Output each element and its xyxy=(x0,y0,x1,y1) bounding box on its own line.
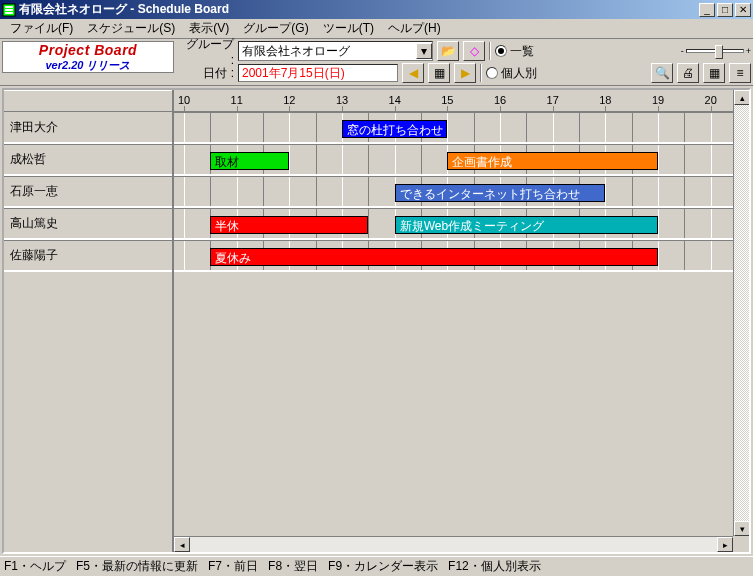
time-tick: 11 xyxy=(231,94,243,106)
window-title: 有限会社ネオローグ - Schedule Board xyxy=(19,1,697,18)
minimize-button[interactable]: _ xyxy=(699,3,715,17)
radio-personal-view[interactable]: 個人別 xyxy=(486,65,537,82)
time-tick: 10 xyxy=(178,94,190,106)
maximize-button[interactable]: □ xyxy=(717,3,733,17)
schedule-area: 津田大介成松哲石原一恵高山篤史佐藤陽子 10111213141516171819… xyxy=(2,88,751,554)
group-label: グループ : xyxy=(180,36,234,67)
name-row[interactable]: 成松哲 xyxy=(4,144,172,176)
grid-row[interactable]: できるインターネット打ち合わせ xyxy=(174,176,749,208)
date-prev-button[interactable]: ◀ xyxy=(402,63,424,83)
menubar: ファイル(F) スケジュール(S) 表示(V) グループ(G) ツール(T) ヘ… xyxy=(0,19,753,39)
status-f8: F8・翌日 xyxy=(268,558,318,575)
zoom-slider[interactable]: - + xyxy=(681,46,751,56)
date-next-button[interactable]: ▶ xyxy=(454,63,476,83)
time-tick: 15 xyxy=(441,94,453,106)
vertical-scrollbar[interactable]: ▴ ▾ xyxy=(733,90,749,536)
time-tick: 16 xyxy=(494,94,506,106)
grid-icon: ▦ xyxy=(709,66,720,80)
timeline-grid: 1011121314151617181920 窓の杜打ち合わせ取材企画書作成でき… xyxy=(174,90,749,552)
calendar-button[interactable]: ▦ xyxy=(428,63,450,83)
svg-rect-1 xyxy=(5,6,13,8)
pink-diamond-button[interactable]: ◇ xyxy=(463,41,485,61)
status-f12: F12・個人別表示 xyxy=(448,558,541,575)
titlebar: 有限会社ネオローグ - Schedule Board _ □ ✕ xyxy=(0,0,753,19)
schedule-bar[interactable]: 半休 xyxy=(210,216,368,234)
logo-banner[interactable]: Project Board ver2.20 リリース xyxy=(2,41,174,73)
group-dropdown[interactable]: 有限会社ネオローグ ▾ xyxy=(238,41,433,61)
menu-tool[interactable]: ツール(T) xyxy=(317,18,380,39)
print-button[interactable]: 🖨 xyxy=(677,63,699,83)
printer-icon: 🖨 xyxy=(682,66,694,80)
logo-line1: Project Board xyxy=(39,42,137,58)
scroll-right-icon[interactable]: ▸ xyxy=(717,537,733,552)
toolbar: Project Board ver2.20 リリース グループ : 有限会社ネオ… xyxy=(0,39,753,86)
menu-file[interactable]: ファイル(F) xyxy=(4,18,79,39)
diamond-icon: ◇ xyxy=(470,44,479,58)
list-icon: ≡ xyxy=(736,66,743,80)
time-header: 1011121314151617181920 xyxy=(174,90,749,112)
time-tick: 17 xyxy=(547,94,559,106)
folder-icon: 📂 xyxy=(441,44,456,58)
grid-row[interactable]: 窓の杜打ち合わせ xyxy=(174,112,749,144)
time-tick: 12 xyxy=(283,94,295,106)
grid-row[interactable]: 夏休み xyxy=(174,240,749,272)
name-row[interactable]: 津田大介 xyxy=(4,112,172,144)
svg-rect-2 xyxy=(5,9,13,11)
menu-schedule[interactable]: スケジュール(S) xyxy=(81,18,181,39)
scroll-down-icon[interactable]: ▾ xyxy=(734,521,749,536)
time-tick: 19 xyxy=(652,94,664,106)
statusbar: F1・ヘルプ F5・最新の情報に更新 F7・前日 F8・翌日 F9・カレンダー表… xyxy=(0,556,753,576)
horizontal-scrollbar[interactable]: ◂ ▸ xyxy=(174,536,733,552)
schedule-bar[interactable]: 企画書作成 xyxy=(447,152,658,170)
status-f7: F7・前日 xyxy=(208,558,258,575)
logo-line2: ver2.20 リリース xyxy=(46,58,131,73)
schedule-bar[interactable]: 窓の杜打ち合わせ xyxy=(342,120,447,138)
search-button[interactable]: 🔍 xyxy=(651,63,673,83)
schedule-bar[interactable]: 夏休み xyxy=(210,248,658,266)
time-tick: 13 xyxy=(336,94,348,106)
time-tick: 18 xyxy=(599,94,611,106)
search-icon: 🔍 xyxy=(655,66,670,80)
schedule-bar[interactable]: 新規Web作成ミーティング xyxy=(395,216,658,234)
name-row[interactable]: 高山篤史 xyxy=(4,208,172,240)
list-button[interactable]: ≡ xyxy=(729,63,751,83)
menu-group[interactable]: グループ(G) xyxy=(237,18,314,39)
group-value: 有限会社ネオローグ xyxy=(242,43,350,60)
chevron-down-icon: ▾ xyxy=(416,43,432,59)
scroll-left-icon[interactable]: ◂ xyxy=(174,537,190,552)
triangle-left-icon: ◀ xyxy=(409,66,418,80)
svg-rect-3 xyxy=(5,12,13,14)
status-f1: F1・ヘルプ xyxy=(4,558,66,575)
date-input[interactable] xyxy=(238,64,398,82)
triangle-right-icon: ▶ xyxy=(461,66,470,80)
grid-row[interactable]: 取材企画書作成 xyxy=(174,144,749,176)
status-f5: F5・最新の情報に更新 xyxy=(76,558,198,575)
time-tick: 14 xyxy=(389,94,401,106)
calendar-icon: ▦ xyxy=(434,66,445,80)
names-column: 津田大介成松哲石原一恵高山篤史佐藤陽子 xyxy=(4,90,174,552)
radio-list-view[interactable]: 一覧 xyxy=(495,43,534,60)
status-f9: F9・カレンダー表示 xyxy=(328,558,438,575)
schedule-bar[interactable]: 取材 xyxy=(210,152,289,170)
schedule-bar[interactable]: できるインターネット打ち合わせ xyxy=(395,184,606,202)
close-button[interactable]: ✕ xyxy=(735,3,751,17)
date-label: 日付 : xyxy=(180,65,234,82)
grid-row[interactable]: 半休新規Web作成ミーティング xyxy=(174,208,749,240)
scroll-up-icon[interactable]: ▴ xyxy=(734,90,749,105)
names-header xyxy=(4,90,172,112)
app-icon xyxy=(2,3,16,17)
time-tick: 20 xyxy=(705,94,717,106)
name-row[interactable]: 石原一恵 xyxy=(4,176,172,208)
open-folder-button[interactable]: 📂 xyxy=(437,41,459,61)
menu-help[interactable]: ヘルプ(H) xyxy=(382,18,447,39)
grid-button[interactable]: ▦ xyxy=(703,63,725,83)
name-row[interactable]: 佐藤陽子 xyxy=(4,240,172,272)
